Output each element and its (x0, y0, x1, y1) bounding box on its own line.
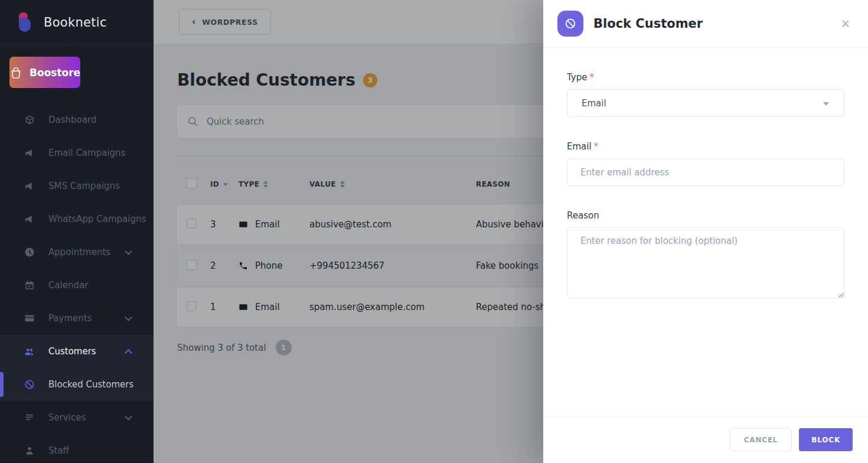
brand-name: Booknetic (44, 15, 107, 30)
sidebar-item-dashboard[interactable]: Dashboard (0, 103, 154, 136)
sidebar-item-staff[interactable]: Staff (0, 434, 154, 463)
megaphone-icon (24, 147, 35, 159)
cube-icon (24, 114, 35, 126)
cancel-button[interactable]: CANCEL (730, 428, 792, 451)
block-icon (557, 11, 583, 37)
close-icon[interactable]: ✕ (838, 16, 853, 32)
reason-field[interactable] (567, 227, 844, 298)
active-indicator (0, 372, 4, 397)
email-label: Email (567, 141, 592, 152)
chevron-down-icon (125, 247, 132, 255)
credit-card-icon (24, 312, 35, 324)
type-select-value: Email (582, 98, 606, 109)
chevron-up-icon (125, 349, 132, 357)
users-icon (24, 345, 35, 357)
sidebar-item-appointments[interactable]: Appointments (0, 236, 154, 269)
boostore-button[interactable]: Boostore (9, 57, 80, 88)
calendar-icon (24, 279, 35, 291)
sidebar-item-whatsapp-campaigns[interactable]: WhatsApp Campaigns (0, 203, 154, 236)
chevron-down-icon (823, 102, 829, 106)
required-asterisk: * (589, 72, 594, 83)
shopping-bag-icon (9, 66, 22, 79)
clock-icon (24, 246, 35, 258)
sidebar-item-payments[interactable]: Payments (0, 302, 154, 335)
sidebar-item-sms-campaigns[interactable]: SMS Campaigns (0, 169, 154, 203)
sidebar-item-calendar[interactable]: Calendar (0, 269, 154, 302)
email-field[interactable] (567, 158, 844, 186)
block-button[interactable]: BLOCK (799, 428, 853, 451)
required-asterisk: * (594, 141, 599, 152)
list-icon (24, 412, 35, 423)
megaphone-icon (24, 180, 35, 192)
sidebar-item-customers[interactable]: Customers (0, 335, 154, 368)
chevron-down-icon (125, 413, 132, 420)
block-customer-modal: Block Customer ✕ Type* Email Email* R (543, 0, 868, 463)
type-select[interactable]: Email (567, 89, 844, 117)
boostore-label: Boostore (30, 67, 80, 79)
person-icon (24, 445, 35, 457)
sidebar-item-email-campaigns[interactable]: Email Campaigns (0, 136, 154, 169)
sidebar-item-blocked-customers[interactable]: Blocked Customers (0, 368, 154, 401)
modal-footer: CANCEL BLOCK (543, 416, 868, 463)
booknetic-logo-icon (14, 11, 35, 34)
app-root: Booknetic Boostore Dashboard Email Campa… (0, 0, 868, 463)
megaphone-icon (24, 213, 35, 225)
sidebar-item-services[interactable]: Services (0, 401, 154, 434)
sidebar-nav: Dashboard Email Campaigns SMS Campaigns … (0, 96, 154, 463)
block-icon (24, 379, 35, 390)
reason-label: Reason (567, 210, 599, 221)
modal-title: Block Customer (593, 17, 838, 31)
modal-header: Block Customer ✕ (543, 0, 868, 48)
brand-logo: Booknetic (0, 0, 154, 45)
modal-body: Type* Email Email* Reason (543, 48, 868, 301)
type-label: Type (567, 72, 587, 83)
sidebar: Booknetic Boostore Dashboard Email Campa… (0, 0, 154, 463)
chevron-down-icon (125, 314, 132, 321)
